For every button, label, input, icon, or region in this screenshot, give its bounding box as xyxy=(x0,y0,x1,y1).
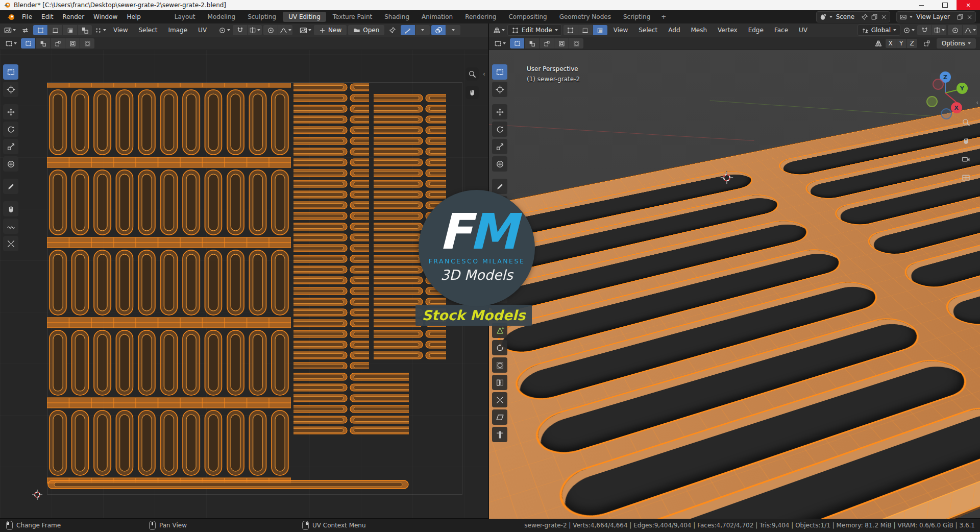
vp-snap-toggle[interactable] xyxy=(917,25,932,35)
remove-view-layer-icon[interactable] xyxy=(966,14,973,20)
menu-help[interactable]: Help xyxy=(122,12,145,22)
new-scene-icon[interactable] xyxy=(871,13,878,20)
uv-proportional-falloff-dropdown[interactable] xyxy=(278,25,292,35)
vp-proportional-editing-toggle[interactable] xyxy=(948,25,962,35)
vp-tool-edge-slide[interactable] xyxy=(492,375,507,390)
uv-select-mode-island[interactable] xyxy=(78,25,92,35)
uv-select-mode-vertex[interactable] xyxy=(33,25,47,35)
uv-tool-cursor[interactable] xyxy=(3,82,18,97)
uv-active-tool-dropdown[interactable] xyxy=(4,38,18,49)
select-mode-invert[interactable] xyxy=(554,38,569,49)
vp-tool-rip-region[interactable] xyxy=(492,427,507,442)
vp-menu-add[interactable]: Add xyxy=(664,25,684,35)
uv-tool-grab[interactable] xyxy=(3,201,18,216)
tab-sculpting[interactable]: Sculpting xyxy=(242,12,282,22)
vp-menu-select[interactable]: Select xyxy=(634,25,662,35)
transform-orientation-dropdown[interactable]: Global xyxy=(857,25,900,36)
uv-sync-selection-toggle[interactable] xyxy=(18,25,32,35)
uv-pin-image-toggle[interactable] xyxy=(386,25,399,35)
select-mode-intersect[interactable] xyxy=(569,38,583,49)
uv-tool-scale[interactable] xyxy=(3,139,18,154)
vp-menu-vertex[interactable]: Vertex xyxy=(713,25,742,35)
uv-menu-uv[interactable]: UV xyxy=(193,25,211,35)
vp-proportional-falloff-dropdown[interactable] xyxy=(963,25,977,35)
uv-sticky-selection-dropdown[interactable] xyxy=(93,25,107,35)
mesh-select-mode-vertex[interactable] xyxy=(564,25,578,35)
uv-overlay-settings-dropdown[interactable] xyxy=(446,25,460,35)
uv-select-mode-face[interactable] xyxy=(63,25,77,35)
mirror-z-toggle[interactable]: Z xyxy=(907,39,917,48)
chevron-down-icon[interactable] xyxy=(829,16,832,18)
vp-menu-mesh[interactable]: Mesh xyxy=(687,25,712,35)
tab-rendering[interactable]: Rendering xyxy=(459,12,502,22)
uv-select-mode-edge[interactable] xyxy=(48,25,62,35)
uv-show-gizmo-toggle[interactable] xyxy=(401,25,415,35)
mirror-x-toggle[interactable]: X xyxy=(886,39,896,48)
pin-icon[interactable] xyxy=(861,13,868,20)
gizmo-x-axis[interactable]: X xyxy=(951,102,962,113)
mode-dropdown[interactable]: Edit Mode xyxy=(507,25,562,36)
uv-editor-type-button[interactable] xyxy=(3,25,17,35)
close-button[interactable]: ✕ xyxy=(957,0,980,10)
select-mode-extend[interactable] xyxy=(525,38,539,49)
gizmo-minus-x-axis[interactable] xyxy=(933,79,944,90)
uv-show-overlays-toggle[interactable] xyxy=(431,25,446,35)
uv-tool-rotate[interactable] xyxy=(3,122,18,137)
uv-menu-image[interactable]: Image xyxy=(164,25,192,35)
mesh-select-mode-edge[interactable] xyxy=(578,25,593,35)
vp-menu-face[interactable]: Face xyxy=(770,25,793,35)
options-dropdown[interactable]: Options xyxy=(937,38,976,49)
tab-uv-editing[interactable]: UV Editing xyxy=(283,12,326,22)
select-mode-set[interactable] xyxy=(510,38,524,49)
viewport-editor-type-button[interactable] xyxy=(492,25,506,35)
uv-tool-select-box[interactable] xyxy=(3,64,18,80)
tab-geometry-nodes[interactable]: Geometry Nodes xyxy=(554,12,617,22)
sewer-grate-model[interactable] xyxy=(489,102,980,519)
uv-tool-move[interactable] xyxy=(3,104,18,119)
vp-camera-view-button[interactable] xyxy=(959,152,972,165)
menu-edit[interactable]: Edit xyxy=(37,12,58,22)
tab-shading[interactable]: Shading xyxy=(379,12,415,22)
minimize-button[interactable] xyxy=(910,0,933,10)
image-browse-dropdown[interactable] xyxy=(299,25,312,35)
select-mode-intersect[interactable] xyxy=(80,38,94,49)
vp-tool-move[interactable] xyxy=(492,104,507,119)
blender-menu-button[interactable] xyxy=(4,12,17,22)
gizmo-minus-z-axis[interactable] xyxy=(941,108,952,119)
new-image-button[interactable]: New xyxy=(314,25,347,35)
gizmo-minus-y-axis[interactable] xyxy=(926,96,938,107)
scene-icon[interactable] xyxy=(819,13,827,21)
new-view-layer-icon[interactable] xyxy=(957,13,964,20)
vp-tool-rotate[interactable] xyxy=(492,122,507,137)
view-layer-icon[interactable] xyxy=(899,13,907,21)
navigation-gizmo[interactable]: Z Y X xyxy=(917,64,973,120)
maximize-button[interactable] xyxy=(933,0,957,10)
chevron-down-icon[interactable] xyxy=(910,16,913,18)
vp-zoom-button[interactable] xyxy=(959,115,972,129)
vp-canvas[interactable]: User Perspective (1) sewer-grate-2 xyxy=(489,50,980,519)
uv-gizmo-settings-dropdown[interactable] xyxy=(415,25,430,35)
uv-proportional-editing-toggle[interactable] xyxy=(263,25,278,35)
tab-layout[interactable]: Layout xyxy=(169,12,201,22)
uv-tool-annotate[interactable] xyxy=(3,179,18,194)
vp-tool-select-box[interactable] xyxy=(492,64,507,80)
vp-tool-shrink-fatten[interactable] xyxy=(492,392,507,407)
uv-islands[interactable] xyxy=(47,82,461,494)
uv-tool-pinch[interactable] xyxy=(3,236,18,251)
uv-tool-transform[interactable] xyxy=(3,156,18,172)
vp-tool-shear[interactable] xyxy=(492,409,507,425)
vp-active-tool-dropdown[interactable] xyxy=(493,38,507,49)
tab-animation[interactable]: Animation xyxy=(416,12,458,22)
vp-menu-view[interactable]: View xyxy=(609,25,632,35)
uv-tool-relax[interactable] xyxy=(3,219,18,234)
vp-sidebar-collapse-arrow[interactable]: ‹ xyxy=(976,99,978,106)
vp-pivot-dropdown[interactable] xyxy=(902,25,916,35)
uv-sidebar-collapse-arrow[interactable]: ‹ xyxy=(483,70,485,78)
tab-texture-paint[interactable]: Texture Paint xyxy=(327,12,378,22)
tab-scripting[interactable]: Scripting xyxy=(618,12,656,22)
mirror-y-toggle[interactable]: Y xyxy=(896,39,906,48)
tab-compositing[interactable]: Compositing xyxy=(503,12,552,22)
uv-zoom-button[interactable] xyxy=(465,67,479,81)
add-workspace-button[interactable]: + xyxy=(657,12,670,22)
vp-ortho-toggle-button[interactable] xyxy=(959,171,972,184)
